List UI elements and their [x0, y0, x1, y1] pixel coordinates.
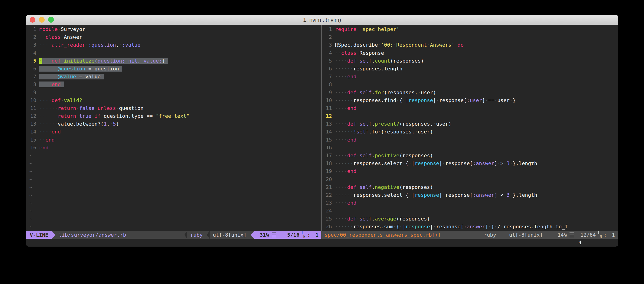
code-token: | — [402, 224, 405, 230]
code-token: · — [494, 224, 497, 230]
code-line[interactable]: 13······value.between?(1,·5) — [30, 120, 321, 128]
left-scroll-percent: 31% — [260, 232, 269, 238]
code-line[interactable]: 17····def·self.positive(responses) — [325, 152, 618, 159]
code-line[interactable]: 10······responses.find·{·|response|·resp… — [325, 97, 618, 104]
code-token: . — [372, 90, 375, 95]
code-token: > — [500, 160, 503, 166]
code-token: · — [494, 97, 497, 103]
code-line[interactable]: 3RSpec.describe·'00:·Respondent·Answers'… — [325, 41, 618, 49]
code-line[interactable]: 6······responses.length — [325, 65, 618, 73]
minimize-button[interactable] — [39, 17, 45, 23]
code-token: def — [52, 97, 61, 103]
code-line[interactable]: 19····end — [325, 167, 618, 175]
code-line[interactable]: 11····end — [325, 104, 618, 112]
code-line[interactable]: 5· def initialize(question: nil, value:) — [30, 57, 321, 65]
code-token: class — [46, 34, 61, 40]
code-token: :value — [122, 42, 140, 48]
code-token: ···· — [335, 121, 347, 127]
line-number: 2 — [30, 33, 36, 41]
code-line[interactable]: 15····end — [325, 136, 618, 144]
code-token: attr_reader — [52, 42, 85, 48]
code-token: responses.length — [353, 66, 402, 72]
code-line[interactable]: 8 — [325, 81, 618, 88]
code-line[interactable]: 24 — [325, 207, 618, 215]
code-token: ······ — [39, 121, 58, 127]
code-line[interactable]: 12 — [325, 112, 618, 120]
code-line[interactable]: 22······responses.select·{·|response|·re… — [325, 191, 618, 199]
code-line[interactable]: 21····def·self.negative(responses) — [325, 183, 618, 191]
line-number: 8 — [30, 81, 36, 88]
code-token: def — [52, 58, 61, 64]
left-pane[interactable]: 1module·Surveyor2··class·Answer3····attr… — [26, 25, 321, 231]
right-file-name: spec/00_respondents_answers_spec.rb[+] — [321, 232, 441, 238]
code-text: ····end — [335, 168, 356, 174]
code-line[interactable]: 1require·'spec_helper' — [325, 25, 618, 33]
code-line[interactable]: 20 — [325, 175, 618, 183]
right-statusline: spec/00_respondents_answers_spec.rb[+] r… — [321, 231, 618, 239]
code-line[interactable]: 18······responses.select·{·|response|·re… — [325, 159, 618, 167]
code-line[interactable]: 7····end — [325, 73, 618, 81]
code-line[interactable]: 12······return·true·if·question.type·==·… — [30, 112, 321, 120]
line-number: 3 — [325, 41, 332, 49]
code-token: · — [500, 224, 503, 230]
code-line[interactable]: 13····def·self.present?(responses,·user) — [325, 120, 618, 128]
code-line[interactable]: 26······responses.sum·{·|response|·respo… — [325, 223, 618, 231]
code-token: · — [454, 42, 458, 48]
code-token: user) — [421, 90, 436, 95]
code-line[interactable]: 15··end — [30, 136, 321, 144]
code-token: self — [360, 153, 372, 158]
code-line[interactable]: 14····end — [30, 128, 321, 136]
code-token: response[ — [445, 160, 473, 166]
code-line[interactable]: 11······return·false·unless·question — [30, 104, 321, 112]
code-text: @question = question — [39, 66, 122, 72]
code-token — [39, 82, 52, 87]
line-number: 14 — [30, 128, 36, 136]
code-token: · — [61, 34, 64, 40]
tilde-line: ~ — [30, 152, 321, 159]
code-token: · — [510, 160, 512, 166]
code-text: end — [39, 145, 48, 150]
terminal-window: 1. nvim . (nvim) 1module·Surveyor2··clas… — [26, 15, 618, 247]
code-token: · — [427, 42, 430, 48]
code-line[interactable]: 8 end — [30, 81, 321, 88]
code-line[interactable]: 2··class·Answer — [30, 33, 321, 41]
code-line[interactable]: 25····def·self.average(responses) — [325, 215, 618, 223]
code-text: @value = value — [39, 74, 104, 79]
line-number: 4 — [30, 49, 36, 57]
line-number: 15 — [30, 136, 36, 144]
code-line[interactable]: 4··class·Response — [325, 49, 618, 57]
code-line[interactable]: 2 — [325, 33, 618, 41]
code-token: response — [414, 160, 439, 166]
code-token: | — [433, 97, 436, 103]
line-number: 14 — [325, 128, 332, 136]
left-statusline: V-LINE lib/surveyor/answer.rb ruby utf-8… — [26, 231, 321, 239]
code-text: ······responses.select·{·|response|·resp… — [335, 192, 537, 198]
code-token: module — [39, 26, 58, 32]
code-line[interactable]: 14······!self.for(responses,·user) — [325, 128, 618, 136]
fullscreen-button[interactable] — [48, 17, 54, 23]
close-button[interactable] — [30, 17, 36, 23]
code-line[interactable]: 6 @question = question — [30, 65, 321, 73]
code-line[interactable]: 23····end — [325, 199, 618, 207]
code-line[interactable]: 10····def·valid? — [30, 97, 321, 104]
code-token: def — [347, 90, 356, 95]
line-number: 24 — [325, 207, 332, 215]
code-line[interactable]: 16end — [30, 144, 321, 152]
code-token: · — [378, 42, 381, 48]
window-titlebar[interactable]: 1. nvim . (nvim) — [26, 15, 618, 25]
code-line[interactable]: 4 — [30, 49, 321, 57]
code-line[interactable]: 16 — [325, 144, 618, 152]
line-number: 26 — [325, 223, 332, 231]
code-token: , — [138, 58, 140, 64]
right-scroll-group: 14% — [558, 232, 574, 238]
code-line[interactable]: 9 — [30, 89, 321, 97]
code-token: | — [439, 160, 442, 166]
code-line[interactable]: 5····def·self.count(responses) — [325, 57, 618, 65]
right-line-position: 12/84 — [580, 232, 596, 238]
code-line[interactable]: 7 @value = value — [30, 73, 321, 81]
command-line[interactable]: 4 — [26, 239, 618, 247]
code-line[interactable]: 1module·Surveyor — [30, 25, 321, 33]
code-line[interactable]: 3····attr_reader·:question,·:value — [30, 41, 321, 49]
right-pane[interactable]: 1require·'spec_helper'23RSpec.describe·'… — [322, 25, 618, 231]
code-line[interactable]: 9····def·self.for(responses,·user) — [325, 89, 618, 97]
